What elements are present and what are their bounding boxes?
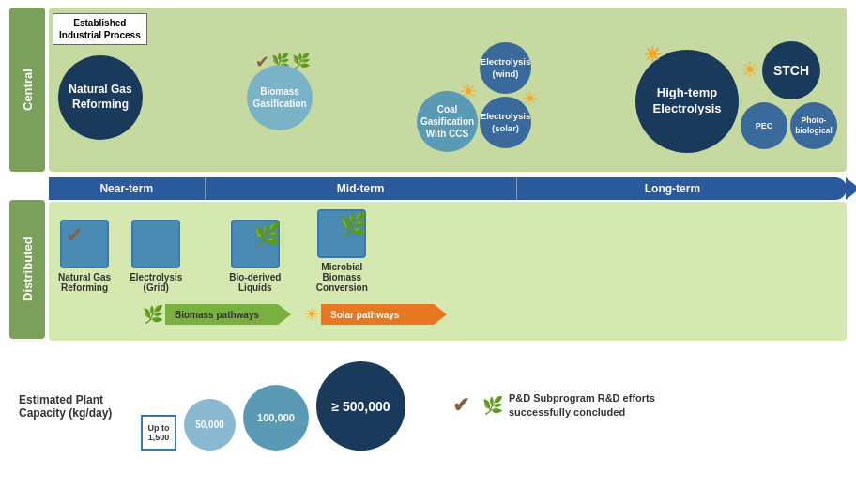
diagram-content: Established Industrial Process Natural G… [49,8,847,341]
cap-50k-circle: 50,000 [184,399,236,451]
coal-gasification-wrapper: ☀ Coal GasificationWith CCS [417,91,478,152]
biomass-gasification-circle: BiomassGasification [247,65,313,130]
biomass-arrow-bar: Biomass pathways [165,304,278,325]
cap-50k-item: 50,000 [184,399,236,451]
stch-label: STCH [773,62,809,79]
checkmark-note-icon: ✔ [452,391,475,420]
electrolysis-solar-wrapper: ☀ Electrolysis(solar) [480,97,531,148]
pec-photo-group: PEC Photo-biological [741,102,837,149]
biomass-arrow-tip [278,304,291,325]
distributed-label: Distributed [9,200,45,339]
bio-derived-item: 🌿 Bio-derivedLiquids [229,220,281,293]
ng-reforming-dist-label: Natural GasReforming [58,272,111,293]
cap-500k-item: ≥ 500,000 [316,361,405,451]
cap-100k-item: 100,000 [243,385,309,451]
near-term-label: Near-term [49,177,206,200]
pec-label: PEC [756,121,773,130]
ng-reforming-dist-item: ✔ Natural GasReforming [58,220,111,293]
central-section: Established Industrial Process Natural G… [49,8,847,172]
timeline-bar: Near-term Mid-term Long-term [49,177,847,200]
cap-50k-label: 50,000 [195,420,224,430]
biomass-gasification-item: ✔ 🌿 🌿 BiomassGasification [247,65,313,130]
stch-circle: STCH [762,41,820,99]
legend-title: Estimated PlantCapacity (kg/day) [19,393,122,420]
distributed-section: ✔ Natural GasReforming Electrolysis(Grid… [49,202,847,341]
leaf-pathway-icon: 🌿 [143,304,163,325]
pathway-arrows: 🌿 Biomass pathways ☀ Solar pathways [58,304,837,325]
solar-arrow-bar: Solar pathways [321,304,434,325]
electrolysis-solar-label: Electrolysis(solar) [477,107,534,138]
biomass-pathway: 🌿 Biomass pathways [143,304,291,325]
cap-100k-label: 100,000 [257,412,295,423]
cap-500k-circle: ≥ 500,000 [316,361,405,451]
solar-pathway-label: Solar pathways [330,310,399,320]
high-temp-cluster: ☀ High-tempElectrolysis ☀ STCH [635,41,837,153]
coal-gasification-circle: Coal GasificationWith CCS [417,91,478,152]
cap-100k-circle: 100,000 [243,385,309,451]
electrolysis-wind-label: Electrolysis(wind) [477,53,534,84]
side-labels: Central Distributed [9,8,45,341]
electrolysis-grid-item: Electrolysis(Grid) [130,220,182,293]
sun-pathway-icon: ☀ [304,304,319,325]
timeline-container: Near-term Mid-term Long-term [49,177,847,200]
solar-pathway: ☀ Solar pathways [304,304,447,325]
established-box: Established Industrial Process [53,13,147,45]
cap-square-label: Up to1,500 [148,423,170,442]
stch-pec-group: ☀ STCH PEC Photo-biological [741,41,837,149]
distributed-items: ✔ Natural GasReforming Electrolysis(Grid… [58,209,837,300]
bio-derived-icon: 🌿 [231,220,280,268]
checkmark-dist-icon: ✔ [66,223,83,248]
capacity-circles: Up to1,500 50,000 100,000 ≥ 500,000 [141,361,405,451]
bio-derived-label: Bio-derivedLiquids [229,272,281,293]
coal-elec-group: ☀ Coal GasificationWith CCS Electrolysis… [417,42,531,152]
solar-arrow-tip [434,304,447,325]
coal-gasification-label: Coal GasificationWith CCS [417,99,478,144]
diagram-area: Central Distributed Established Industri… [9,8,847,341]
microbial-item: 🌿 Microbial BiomassConversion [309,209,374,293]
photo-bio-label: Photo-biological [791,112,836,140]
cap-square-icon: Up to1,500 [141,415,176,451]
established-line1: Established [73,18,126,28]
electrolysis-grid-icon [131,220,180,268]
biomass-pathway-label: Biomass pathways [175,310,259,320]
legend-note: ✔ 🌿 P&D Subprogram R&D efforts successfu… [452,391,659,420]
microbial-label: Microbial BiomassConversion [309,262,374,293]
stch-wrapper: ☀ STCH [741,41,820,99]
leaf-microbial-icon: 🌿 [340,211,368,237]
long-term-label: Long-term [517,177,847,200]
photo-bio-circle: Photo-biological [790,102,837,149]
biomass-gasification-label: BiomassGasification [249,82,310,114]
sun-hightemp-icon: ☀ [643,42,662,69]
high-temp-circle: ☀ High-tempElectrolysis [635,50,739,153]
legend-note-text: P&D Subprogram R&D efforts successfully … [509,391,659,420]
electrolysis-grid-label: Electrolysis(Grid) [130,272,182,293]
mid-term-label: Mid-term [206,177,517,200]
leaf-bio-icon: 🌿 [253,221,282,248]
ng-reforming-dist-icon: ✔ [60,220,109,268]
main-container: Central Distributed Established Industri… [0,0,856,464]
electrolysis-wind-circle: Electrolysis(wind) [480,42,531,94]
coal-cluster: ☀ Coal GasificationWith CCS Electrolysis… [417,42,531,152]
natural-gas-reforming-item: Natural GasReforming [58,55,143,140]
sun-stch-icon: ☀ [741,58,759,83]
microbial-icon: 🌿 [317,209,366,258]
electrolysis-solar-circle: Electrolysis(solar) [480,97,531,148]
note-leaf-icon: 🌿 [482,394,501,418]
timeline-arrow-head [846,177,856,200]
cap-square-item: Up to1,500 [141,415,176,451]
natural-gas-reforming-label: Natural GasReforming [65,79,135,115]
electrolysis-pair: Electrolysis(wind) ☀ Electrolysis(solar) [480,42,531,148]
cap-500k-label: ≥ 500,000 [331,399,390,414]
central-items: Natural GasReforming ✔ 🌿 🌿 BiomassGasifi… [58,15,837,157]
established-line2: Industrial Process [59,30,141,40]
high-temp-label: High-tempElectrolysis [650,82,726,121]
central-label: Central [9,8,45,172]
pec-circle: PEC [741,102,787,149]
natural-gas-reforming-circle: Natural GasReforming [58,55,143,140]
bottom-legend: Estimated PlantCapacity (kg/day) Up to1,… [9,352,847,456]
